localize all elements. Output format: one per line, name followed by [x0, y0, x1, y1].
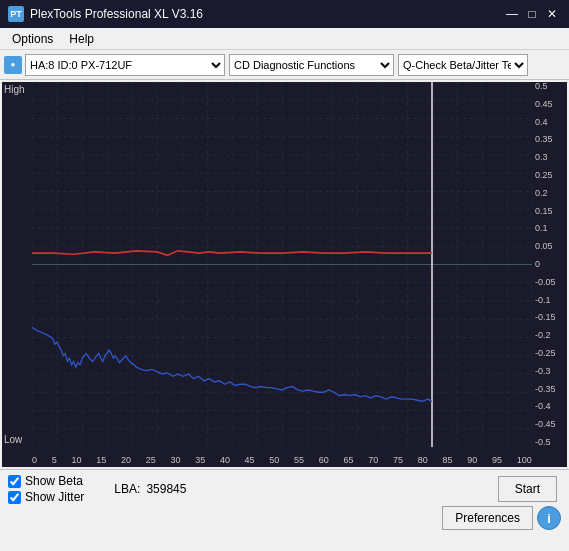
- y-label-9: 0.05: [535, 242, 553, 251]
- device-section: ● HA:8 ID:0 PX-712UF: [4, 54, 225, 76]
- chart-plot-area: [32, 82, 532, 447]
- x-label-70: 70: [368, 455, 378, 465]
- lba-value: 359845: [146, 482, 186, 496]
- show-jitter-label: Show Jitter: [25, 490, 84, 504]
- preferences-button[interactable]: Preferences: [442, 506, 533, 530]
- y-label-12: -0.1: [535, 296, 551, 305]
- bottom-row1: Show Beta Show Jitter LBA: 359845 Start: [8, 474, 561, 504]
- x-label-15: 15: [96, 455, 106, 465]
- y-label-4: 0.3: [535, 153, 548, 162]
- app-icon: PT: [8, 6, 24, 22]
- prefs-row: Preferences i: [8, 506, 561, 530]
- y-label-5: 0.25: [535, 171, 553, 180]
- x-label-60: 60: [319, 455, 329, 465]
- main-content: High Low 0.5 0.45 0.4 0.35 0.3 0.25 0.2 …: [0, 80, 569, 551]
- y-label-0: 0.5: [535, 82, 548, 91]
- y-label-20: -0.5: [535, 438, 551, 447]
- menu-bar: Options Help: [0, 28, 569, 50]
- test-select[interactable]: Q-Check Beta/Jitter Test: [398, 54, 528, 76]
- x-label-30: 30: [170, 455, 180, 465]
- x-label-10: 10: [71, 455, 81, 465]
- chart-container: High Low 0.5 0.45 0.4 0.35 0.3 0.25 0.2 …: [2, 82, 567, 467]
- y-label-6: 0.2: [535, 189, 548, 198]
- x-axis: 0 5 10 15 20 25 30 35 40 45 50 55 60 65 …: [32, 455, 532, 465]
- x-label-5: 5: [52, 455, 57, 465]
- y-label-8: 0.1: [535, 224, 548, 233]
- x-label-75: 75: [393, 455, 403, 465]
- x-label-95: 95: [492, 455, 502, 465]
- show-beta-checkbox[interactable]: [8, 475, 21, 488]
- x-label-55: 55: [294, 455, 304, 465]
- x-label-40: 40: [220, 455, 230, 465]
- y-label-15: -0.25: [535, 349, 556, 358]
- toolbar: ● HA:8 ID:0 PX-712UF CD Diagnostic Funct…: [0, 50, 569, 80]
- y-label-11: -0.05: [535, 278, 556, 287]
- y-label-17: -0.35: [535, 385, 556, 394]
- show-jitter-checkbox[interactable]: [8, 491, 21, 504]
- y-label-1: 0.45: [535, 100, 553, 109]
- y-label-7: 0.15: [535, 207, 553, 216]
- x-label-20: 20: [121, 455, 131, 465]
- y-label-13: -0.15: [535, 313, 556, 322]
- drive-select[interactable]: HA:8 ID:0 PX-712UF: [25, 54, 225, 76]
- show-beta-item: Show Beta: [8, 474, 84, 488]
- x-label-45: 45: [245, 455, 255, 465]
- drive-icon: ●: [4, 56, 22, 74]
- window-controls: — □ ✕: [503, 5, 561, 23]
- y-label-2: 0.4: [535, 118, 548, 127]
- y-label-18: -0.4: [535, 402, 551, 411]
- y-label-10: 0: [535, 260, 540, 269]
- app-title: PlexTools Professional XL V3.16: [30, 7, 503, 21]
- lba-label: LBA:: [114, 482, 140, 496]
- function-select[interactable]: CD Diagnostic Functions: [229, 54, 394, 76]
- x-label-0: 0: [32, 455, 37, 465]
- y-label-19: -0.45: [535, 420, 556, 429]
- start-button[interactable]: Start: [498, 476, 557, 502]
- menu-help[interactable]: Help: [61, 30, 102, 48]
- close-button[interactable]: ✕: [543, 5, 561, 23]
- x-label-80: 80: [418, 455, 428, 465]
- maximize-button[interactable]: □: [523, 5, 541, 23]
- x-label-65: 65: [344, 455, 354, 465]
- chart-svg: [32, 82, 532, 447]
- title-bar: PT PlexTools Professional XL V3.16 — □ ✕: [0, 0, 569, 28]
- menu-options[interactable]: Options: [4, 30, 61, 48]
- show-beta-label: Show Beta: [25, 474, 83, 488]
- y-label-14: -0.2: [535, 331, 551, 340]
- x-label-85: 85: [442, 455, 452, 465]
- info-button[interactable]: i: [537, 506, 561, 530]
- bottom-panel: Show Beta Show Jitter LBA: 359845 Start …: [0, 469, 569, 551]
- minimize-button[interactable]: —: [503, 5, 521, 23]
- y-label-16: -0.3: [535, 367, 551, 376]
- show-jitter-item: Show Jitter: [8, 490, 84, 504]
- lba-section: LBA: 359845: [114, 482, 186, 496]
- y-label-3: 0.35: [535, 135, 553, 144]
- x-label-50: 50: [269, 455, 279, 465]
- x-label-90: 90: [467, 455, 477, 465]
- x-label-100: 100: [517, 455, 532, 465]
- y-low-label: Low: [4, 434, 22, 445]
- y-axis-right: 0.5 0.45 0.4 0.35 0.3 0.25 0.2 0.15 0.1 …: [532, 82, 567, 447]
- x-label-35: 35: [195, 455, 205, 465]
- y-high-label: High: [4, 84, 25, 95]
- x-label-25: 25: [146, 455, 156, 465]
